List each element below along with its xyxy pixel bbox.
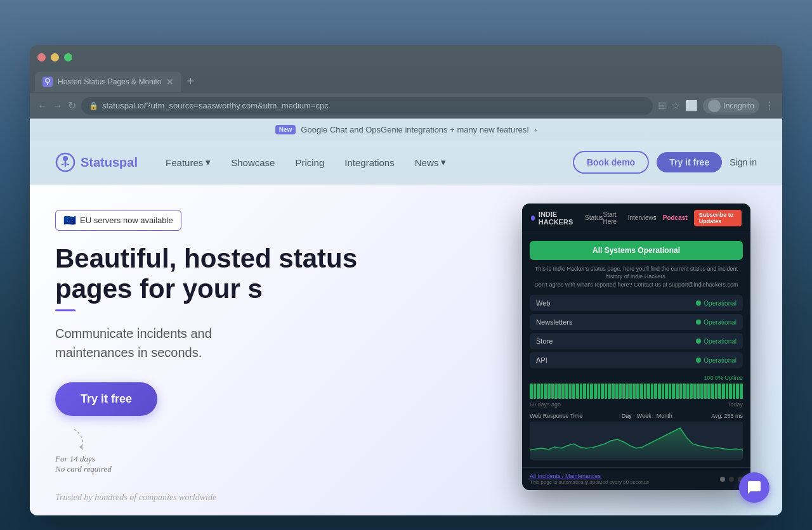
uptime-day-bar xyxy=(605,384,608,399)
title-underline xyxy=(55,309,75,311)
service-newsletters: Newsletters Operational xyxy=(530,314,743,330)
ok-dot xyxy=(696,358,701,363)
uptime-day-bar xyxy=(629,384,632,399)
ok-dot xyxy=(696,320,701,325)
mockup-subscribe-btn: Subscribe to Updates xyxy=(694,210,742,226)
uptime-day-bar xyxy=(722,384,725,399)
all-systems-badge: All Systems Operational xyxy=(530,241,743,260)
mockup-description: This is Indie Hacker's status page, here… xyxy=(530,265,743,289)
footer-pagination-dots xyxy=(720,477,743,482)
uptime-day-bar xyxy=(540,384,544,399)
page-wrapper: Hosted Status Pages & Monito ✕ + ← → ↻ 🔒… xyxy=(0,0,812,530)
hero-content: 🇪🇺 EU servers now available Beautiful, h… xyxy=(30,184,782,515)
uptime-day-bar xyxy=(697,384,700,399)
footer-text: This page is automatically updated every… xyxy=(530,479,649,485)
uptime-day-bar xyxy=(736,384,739,399)
uptime-day-bar xyxy=(733,384,736,399)
chart-label: Web Response Time xyxy=(530,413,582,419)
uptime-day-bar xyxy=(662,384,665,399)
uptime-day-bar xyxy=(726,384,729,399)
uptime-day-bar xyxy=(551,384,554,399)
mockup-nav: Start Here Interviews Podcast Subscribe … xyxy=(603,210,742,226)
uptime-day-bar xyxy=(601,384,604,399)
hero-right: INDIE HACKERS Status Start Here Intervie… xyxy=(516,204,757,491)
uptime-header: 100.0% Uptime xyxy=(530,375,743,381)
uptime-day-bar xyxy=(711,384,714,399)
hero-subtitle: Communicate incidents and maintenances i… xyxy=(55,324,490,362)
eu-badge-text: EU servers now available xyxy=(80,216,173,225)
chart-header: Web Response Time Day Week Month Avg: 25… xyxy=(530,413,743,419)
mockup-logo-dot xyxy=(531,216,535,221)
mockup-logo: INDIE HACKERS Status xyxy=(531,210,603,226)
uptime-bars xyxy=(530,384,743,399)
uptime-day-bar xyxy=(576,384,579,399)
dot-1 xyxy=(720,477,725,482)
uptime-day-bar xyxy=(615,384,619,399)
uptime-day-bar xyxy=(633,384,636,399)
uptime-day-bar xyxy=(640,384,643,399)
service-store-status: Operational xyxy=(696,338,737,345)
hero-title: Beautiful, hosted status pages for your … xyxy=(55,243,490,305)
uptime-day-bar xyxy=(537,384,540,399)
uptime-day-bar xyxy=(700,384,704,399)
mockup-nav-interviews: Interviews xyxy=(628,214,657,221)
mockup-brand: INDIE HACKERS xyxy=(539,210,579,226)
hero-section: 🇪🇺 EU servers now available Beautiful, h… xyxy=(30,184,782,515)
uptime-day-bar xyxy=(608,384,611,399)
uptime-day-bar xyxy=(672,384,675,399)
service-store: Store Operational xyxy=(530,333,743,349)
uptime-day-bar xyxy=(693,384,697,399)
mockup-nav-start: Start Here xyxy=(603,211,621,225)
uptime-day-bar xyxy=(594,384,597,399)
chart-section: Web Response Time Day Week Month Avg: 25… xyxy=(530,413,743,460)
hero-note-days: For 14 days xyxy=(55,454,490,464)
uptime-day-bar xyxy=(686,384,690,399)
ok-dot xyxy=(696,301,701,306)
uptime-day-bar xyxy=(544,384,547,399)
uptime-day-bar xyxy=(569,384,572,399)
hero-left: 🇪🇺 EU servers now available Beautiful, h… xyxy=(55,204,516,475)
eu-badge: 🇪🇺 EU servers now available xyxy=(55,210,181,231)
mockup-status-label: Status xyxy=(585,214,603,221)
service-api-status: Operational xyxy=(696,357,737,364)
uptime-day-bar xyxy=(565,384,568,399)
uptime-day-bar xyxy=(583,384,586,399)
mockup-header: INDIE HACKERS Status Start Here Intervie… xyxy=(522,204,750,233)
uptime-start: 60 days ago xyxy=(530,401,561,408)
uptime-day-bar xyxy=(740,384,743,399)
status-page-mockup: INDIE HACKERS Status Start Here Intervie… xyxy=(522,204,750,491)
chat-widget-button[interactable] xyxy=(739,472,769,503)
chart-tab-week[interactable]: Week xyxy=(637,413,652,419)
eu-flag-icon: 🇪🇺 xyxy=(63,214,76,226)
uptime-footer: 60 days ago Today xyxy=(530,401,743,408)
uptime-day-bar xyxy=(625,384,629,399)
uptime-day-bar xyxy=(572,384,575,399)
uptime-day-bar xyxy=(679,384,683,399)
uptime-day-bar xyxy=(690,384,693,399)
service-api: API Operational xyxy=(530,352,743,368)
chart-tab-day[interactable]: Day xyxy=(622,413,632,419)
uptime-day-bar xyxy=(665,384,668,399)
uptime-day-bar xyxy=(669,384,672,399)
uptime-today: Today xyxy=(728,401,743,408)
mockup-body: All Systems Operational This is Indie Ha… xyxy=(522,233,750,468)
service-web: Web Operational xyxy=(530,295,743,311)
hero-note: For 14 days No card required xyxy=(55,426,490,474)
hero-cta-button[interactable]: Try it free xyxy=(55,382,157,416)
svg-marker-3 xyxy=(79,445,83,450)
uptime-day-bar xyxy=(644,384,647,399)
uptime-day-bar xyxy=(619,384,622,399)
service-web-status: Operational xyxy=(696,300,737,307)
uptime-day-bar xyxy=(729,384,732,399)
mockup-nav-podcast: Podcast xyxy=(663,214,688,221)
uptime-day-bar xyxy=(612,384,615,399)
hero-note-card: No card required xyxy=(55,464,490,474)
uptime-day-bar xyxy=(651,384,654,399)
chart-tab-month[interactable]: Month xyxy=(657,413,672,419)
uptime-day-bar xyxy=(647,384,650,399)
uptime-day-bar xyxy=(707,384,710,399)
footer-incidents-link[interactable]: All Incidents / Maintenances xyxy=(530,473,649,479)
chart-tabs: Day Week Month xyxy=(622,413,672,419)
uptime-day-bar xyxy=(704,384,707,399)
uptime-day-bar xyxy=(636,384,639,399)
